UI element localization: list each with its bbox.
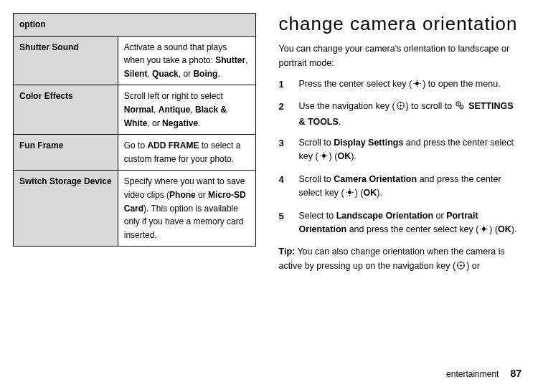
svg-point-1 — [417, 80, 418, 81]
table-row: Switch Storage DeviceSpecify where you w… — [14, 171, 256, 247]
step-item: Select to Landscape Orientation or Portr… — [279, 209, 522, 239]
left-column: option Shutter SoundActivate a sound tha… — [13, 13, 256, 282]
option-description: Specify where you want to save video cli… — [118, 171, 255, 247]
svg-point-7 — [400, 102, 401, 104]
nav-key-icon — [456, 261, 466, 274]
tip-label: Tip: — [279, 247, 296, 257]
center-select-icon — [319, 151, 329, 165]
svg-point-0 — [415, 82, 419, 85]
center-select-icon — [412, 79, 422, 92]
steps-list: Press the center select key () to open t… — [279, 77, 522, 238]
svg-point-3 — [414, 83, 415, 85]
svg-point-25 — [482, 227, 486, 231]
option-description: Activate a sound that plays when you tak… — [118, 36, 255, 85]
table-row: Fun FrameGo to ADD FRAME to select a cus… — [14, 135, 256, 171]
option-label: Color Effects — [14, 85, 118, 135]
svg-point-28 — [481, 229, 482, 230]
svg-point-20 — [348, 191, 351, 194]
svg-point-35 — [463, 264, 465, 266]
svg-point-14 — [461, 107, 461, 107]
svg-point-24 — [352, 192, 354, 193]
step-item: Scroll to Camera Orientation and press t… — [279, 173, 522, 202]
svg-point-34 — [458, 264, 459, 266]
step-item: Press the center select key () to open t… — [279, 77, 522, 92]
option-description: Scroll left or right to select Normal, A… — [118, 85, 255, 135]
svg-point-32 — [461, 262, 462, 263]
option-label: Fun Frame — [14, 135, 118, 171]
intro-text: You can change your camera's orientation… — [279, 42, 522, 70]
right-column: change camera orientation You can change… — [279, 13, 522, 282]
section-heading: change camera orientation — [279, 13, 522, 35]
gear-icon — [455, 100, 465, 115]
step-item: Scroll to Display Settings and press the… — [279, 136, 522, 166]
svg-point-16 — [323, 153, 324, 154]
svg-point-29 — [486, 229, 488, 230]
svg-point-15 — [322, 155, 326, 158]
svg-point-22 — [349, 195, 350, 196]
svg-point-23 — [346, 192, 347, 193]
svg-point-8 — [400, 108, 401, 110]
options-table-header: option — [14, 14, 256, 37]
svg-point-26 — [483, 225, 485, 226]
svg-point-31 — [460, 264, 461, 266]
tip-body-post: ) or — [466, 261, 480, 271]
svg-point-33 — [461, 267, 462, 269]
svg-point-10 — [402, 105, 404, 107]
svg-point-21 — [349, 189, 350, 191]
options-table: option Shutter SoundActivate a sound tha… — [13, 13, 256, 247]
option-label: Switch Storage Device — [14, 171, 118, 247]
svg-point-2 — [417, 86, 418, 87]
option-description: Go to ADD FRAME to select a custom frame… — [118, 135, 255, 171]
svg-point-17 — [323, 158, 324, 160]
table-row: Color EffectsScroll left or right to sel… — [14, 85, 256, 135]
table-row: Shutter SoundActivate a sound that plays… — [14, 36, 256, 85]
svg-point-4 — [420, 83, 421, 85]
option-label: Shutter Sound — [14, 36, 118, 85]
svg-point-18 — [320, 156, 321, 157]
svg-point-19 — [326, 156, 328, 157]
svg-point-13 — [458, 103, 459, 105]
svg-point-9 — [397, 105, 398, 107]
center-select-icon — [479, 224, 488, 238]
step-item: Use the navigation key () to scroll to S… — [279, 100, 522, 129]
center-select-icon — [345, 188, 354, 201]
svg-point-6 — [400, 105, 401, 107]
svg-point-27 — [483, 231, 485, 233]
tip-paragraph: Tip: You can also change orientation whe… — [279, 245, 522, 274]
nav-key-icon — [396, 101, 405, 115]
